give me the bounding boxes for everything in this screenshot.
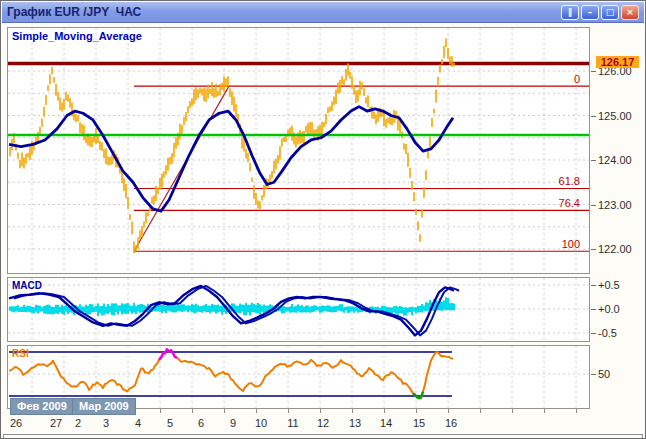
indicator-label-sma: Simple_Moving_Average xyxy=(12,30,142,42)
axis-tick xyxy=(591,333,596,334)
window-titlebar[interactable]: График EUR /JPY ЧАС ‖–□× xyxy=(2,2,644,23)
date-label: 6 xyxy=(198,417,204,429)
date-label: 16 xyxy=(445,417,457,429)
axis-tick xyxy=(591,205,596,206)
indicator-label-rsi: RSI xyxy=(12,348,29,359)
price-tick-label: 123.00 xyxy=(598,199,632,211)
price-chart-panel[interactable]: 061.876.4100Simple_Moving_Average xyxy=(7,27,590,274)
axis-tick xyxy=(160,409,161,413)
minimize-button[interactable]: – xyxy=(581,5,599,20)
axis-tick xyxy=(591,309,596,310)
date-label: 3 xyxy=(103,417,109,429)
price-chart-canvas[interactable]: 061.876.4100Simple_Moving_Average xyxy=(8,28,589,273)
maximize-button[interactable]: □ xyxy=(601,5,619,20)
date-label: 9 xyxy=(230,417,236,429)
axis-tick xyxy=(591,71,596,72)
axis-tick xyxy=(591,249,596,250)
axis-tick xyxy=(320,409,321,413)
macd-tick-label: +0.5 xyxy=(598,279,620,291)
current-price-label: 126.17 xyxy=(596,56,639,68)
svg-text:61.8: 61.8 xyxy=(559,175,580,187)
axis-tick xyxy=(288,409,289,413)
price-tick-label: 124.00 xyxy=(598,154,632,166)
axis-tick xyxy=(591,116,596,117)
bottom-window-edge xyxy=(3,434,643,439)
window-buttons: ‖–□× xyxy=(561,5,639,20)
window-title: График EUR /JPY ЧАС xyxy=(7,5,141,19)
date-label: 10 xyxy=(255,417,267,429)
date-label: 2 xyxy=(75,417,81,429)
macd-tick-label: -0.5 xyxy=(598,327,617,339)
macd-tick-label: +0.0 xyxy=(598,303,620,315)
axis-tick xyxy=(591,160,596,161)
date-label: 14 xyxy=(380,417,392,429)
axis-tick xyxy=(384,409,385,413)
date-label: 12 xyxy=(317,417,329,429)
axis-tick xyxy=(576,409,577,413)
axis-tick xyxy=(480,409,481,413)
macd-panel[interactable]: MACD xyxy=(7,277,590,342)
axis-tick xyxy=(448,409,449,413)
close-button[interactable]: × xyxy=(621,5,639,20)
axis-tick xyxy=(256,409,257,413)
price-tick-label: 125.00 xyxy=(598,110,632,122)
axis-tick xyxy=(224,409,225,413)
rsi-extreme-segment-0 xyxy=(159,349,177,360)
month-badge: Мар 2009 xyxy=(72,398,136,415)
date-label: 5 xyxy=(167,417,173,429)
rsi-line xyxy=(9,349,453,398)
candles-layer xyxy=(10,38,454,253)
axis-tick xyxy=(192,409,193,413)
chart-window: График EUR /JPY ЧАС ‖–□× 061.876.4100Sim… xyxy=(0,0,646,439)
rsi-tick-label: 50 xyxy=(598,368,610,380)
axis-tick xyxy=(352,409,353,413)
pause-button[interactable]: ‖ xyxy=(561,5,579,20)
axis-tick xyxy=(544,409,545,413)
rsi-extreme-segment-1 xyxy=(413,392,423,399)
axis-tick xyxy=(591,285,596,286)
date-label: 27 xyxy=(50,417,62,429)
svg-text:76.4: 76.4 xyxy=(559,197,580,209)
date-label: 15 xyxy=(413,417,425,429)
macd-canvas[interactable]: MACD xyxy=(8,278,589,341)
svg-text:0: 0 xyxy=(574,73,580,85)
date-label: 11 xyxy=(287,417,298,429)
axis-tick xyxy=(416,409,417,413)
month-badge: Фев 2009 xyxy=(10,398,74,415)
date-label: 13 xyxy=(349,417,361,429)
fibonacci-retracement[interactable]: 061.876.4100 xyxy=(134,73,589,251)
date-label: 26 xyxy=(10,417,22,429)
axis-tick xyxy=(512,409,513,413)
date-label: 4 xyxy=(135,417,141,429)
price-tick-label: 122.00 xyxy=(598,243,632,255)
indicator-label-macd: MACD xyxy=(12,280,42,291)
svg-text:100: 100 xyxy=(562,238,580,250)
axis-tick xyxy=(591,374,596,375)
